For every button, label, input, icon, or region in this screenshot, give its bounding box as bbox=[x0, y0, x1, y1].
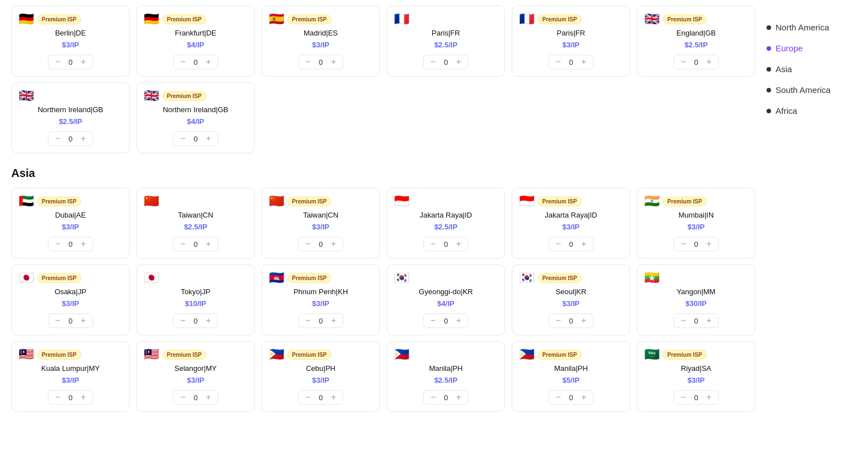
quantity-value: 0 bbox=[316, 240, 325, 249]
decrement-button[interactable]: − bbox=[54, 240, 61, 249]
decrement-button[interactable]: − bbox=[429, 316, 437, 325]
quantity-stepper[interactable]: −0+ bbox=[674, 313, 719, 328]
increment-button[interactable]: + bbox=[455, 57, 462, 67]
quantity-stepper[interactable]: −0+ bbox=[548, 55, 594, 69]
decrement-button[interactable]: − bbox=[429, 240, 437, 249]
decrement-button[interactable]: − bbox=[54, 134, 61, 143]
asia-row2-grid: 🇯🇵Premium ISPOsaka|JP$3/IP−0+🇯🇵Tokyo|JP$… bbox=[11, 264, 755, 335]
sidebar-item-europe[interactable]: Europe bbox=[767, 38, 857, 59]
location-card: 🇨🇳Premium ISPTaiwan|CN$3/IP−0+ bbox=[262, 188, 380, 259]
decrement-button[interactable]: − bbox=[54, 316, 61, 325]
decrement-button[interactable]: − bbox=[179, 240, 187, 249]
quantity-stepper[interactable]: −0+ bbox=[423, 390, 469, 405]
quantity-stepper[interactable]: −0+ bbox=[173, 131, 219, 146]
increment-button[interactable]: + bbox=[455, 240, 462, 249]
quantity-stepper[interactable]: −0+ bbox=[173, 237, 219, 251]
sidebar-item-label: Asia bbox=[776, 64, 792, 74]
decrement-button[interactable]: − bbox=[680, 393, 687, 402]
increment-button[interactable]: + bbox=[79, 393, 87, 402]
increment-button[interactable]: + bbox=[330, 393, 337, 402]
increment-button[interactable]: + bbox=[79, 134, 87, 143]
decrement-button[interactable]: − bbox=[555, 240, 562, 249]
quantity-stepper[interactable]: −0+ bbox=[48, 390, 94, 405]
decrement-button[interactable]: − bbox=[680, 316, 687, 325]
location-name: Northern Ireland|GB bbox=[163, 105, 228, 114]
decrement-button[interactable]: − bbox=[304, 316, 312, 325]
quantity-stepper[interactable]: −0+ bbox=[548, 237, 594, 251]
quantity-stepper[interactable]: −0+ bbox=[298, 313, 344, 328]
quantity-stepper[interactable]: −0+ bbox=[674, 55, 719, 69]
increment-button[interactable]: + bbox=[79, 57, 87, 67]
decrement-button[interactable]: − bbox=[555, 57, 562, 67]
increment-button[interactable]: + bbox=[330, 316, 337, 325]
decrement-button[interactable]: − bbox=[179, 134, 187, 143]
quantity-stepper[interactable]: −0+ bbox=[48, 55, 94, 69]
quantity-stepper[interactable]: −0+ bbox=[173, 313, 219, 328]
flag-icon: 🇮🇩 bbox=[394, 195, 409, 207]
quantity-stepper[interactable]: −0+ bbox=[173, 390, 219, 405]
quantity-stepper[interactable]: −0+ bbox=[548, 313, 594, 328]
increment-button[interactable]: + bbox=[455, 316, 462, 325]
flag-icon: 🇰🇭 bbox=[269, 272, 284, 284]
decrement-button[interactable]: − bbox=[179, 393, 187, 402]
decrement-button[interactable]: − bbox=[429, 57, 437, 67]
sidebar-item-north-america[interactable]: North America bbox=[767, 17, 857, 38]
sidebar-item-south-america[interactable]: South America bbox=[767, 79, 857, 100]
decrement-button[interactable]: − bbox=[304, 57, 312, 67]
premium-badge: Premium ISP bbox=[663, 15, 707, 24]
price: $30/IP bbox=[685, 299, 707, 308]
decrement-button[interactable]: − bbox=[179, 316, 187, 325]
quantity-stepper[interactable]: −0+ bbox=[173, 55, 219, 69]
increment-button[interactable]: + bbox=[580, 316, 587, 325]
premium-badge: Premium ISP bbox=[37, 15, 81, 24]
decrement-button[interactable]: − bbox=[680, 57, 687, 67]
quantity-stepper[interactable]: −0+ bbox=[298, 55, 344, 69]
increment-button[interactable]: + bbox=[330, 57, 337, 67]
decrement-button[interactable]: − bbox=[680, 240, 687, 249]
increment-button[interactable]: + bbox=[205, 57, 212, 67]
increment-button[interactable]: + bbox=[580, 393, 587, 402]
increment-button[interactable]: + bbox=[205, 240, 212, 249]
increment-button[interactable]: + bbox=[330, 240, 337, 249]
quantity-stepper[interactable]: −0+ bbox=[48, 313, 94, 328]
decrement-button[interactable]: − bbox=[54, 57, 61, 67]
increment-button[interactable]: + bbox=[205, 134, 212, 143]
increment-button[interactable]: + bbox=[455, 393, 462, 402]
decrement-button[interactable]: − bbox=[304, 240, 312, 249]
decrement-button[interactable]: − bbox=[429, 393, 437, 402]
decrement-button[interactable]: − bbox=[54, 393, 61, 402]
location-name: Seoul|KR bbox=[556, 287, 587, 296]
quantity-stepper[interactable]: −0+ bbox=[674, 390, 719, 405]
quantity-stepper[interactable]: −0+ bbox=[48, 237, 94, 251]
decrement-button[interactable]: − bbox=[179, 57, 187, 67]
quantity-stepper[interactable]: −0+ bbox=[48, 131, 94, 146]
sidebar-item-asia[interactable]: Asia bbox=[767, 59, 857, 79]
asia-row1-grid: 🇦🇪Premium ISPDubai|AE$3/IP−0+🇨🇳Taiwan|CN… bbox=[11, 188, 755, 259]
quantity-stepper[interactable]: −0+ bbox=[298, 237, 344, 251]
flag-icon: 🇪🇸 bbox=[269, 13, 284, 25]
decrement-button[interactable]: − bbox=[555, 393, 562, 402]
increment-button[interactable]: + bbox=[79, 316, 87, 325]
increment-button[interactable]: + bbox=[580, 240, 587, 249]
sidebar-item-africa[interactable]: Africa bbox=[767, 100, 857, 121]
quantity-stepper[interactable]: −0+ bbox=[674, 237, 719, 251]
quantity-stepper[interactable]: −0+ bbox=[548, 390, 594, 405]
quantity-stepper[interactable]: −0+ bbox=[423, 55, 469, 69]
quantity-stepper[interactable]: −0+ bbox=[423, 237, 469, 251]
decrement-button[interactable]: − bbox=[555, 316, 562, 325]
decrement-button[interactable]: − bbox=[304, 393, 312, 402]
location-name: Mumbai|IN bbox=[679, 211, 714, 219]
increment-button[interactable]: + bbox=[205, 316, 212, 325]
quantity-value: 0 bbox=[441, 240, 450, 249]
quantity-stepper[interactable]: −0+ bbox=[423, 313, 469, 328]
increment-button[interactable]: + bbox=[79, 240, 87, 249]
location-name: Kuala Lumpur|MY bbox=[41, 364, 100, 373]
increment-button[interactable]: + bbox=[205, 393, 212, 402]
location-card: 🇯🇵Premium ISPOsaka|JP$3/IP−0+ bbox=[11, 264, 130, 335]
increment-button[interactable]: + bbox=[705, 393, 712, 402]
increment-button[interactable]: + bbox=[705, 316, 712, 325]
increment-button[interactable]: + bbox=[705, 240, 712, 249]
increment-button[interactable]: + bbox=[705, 57, 712, 67]
quantity-stepper[interactable]: −0+ bbox=[298, 390, 344, 405]
increment-button[interactable]: + bbox=[580, 57, 587, 67]
